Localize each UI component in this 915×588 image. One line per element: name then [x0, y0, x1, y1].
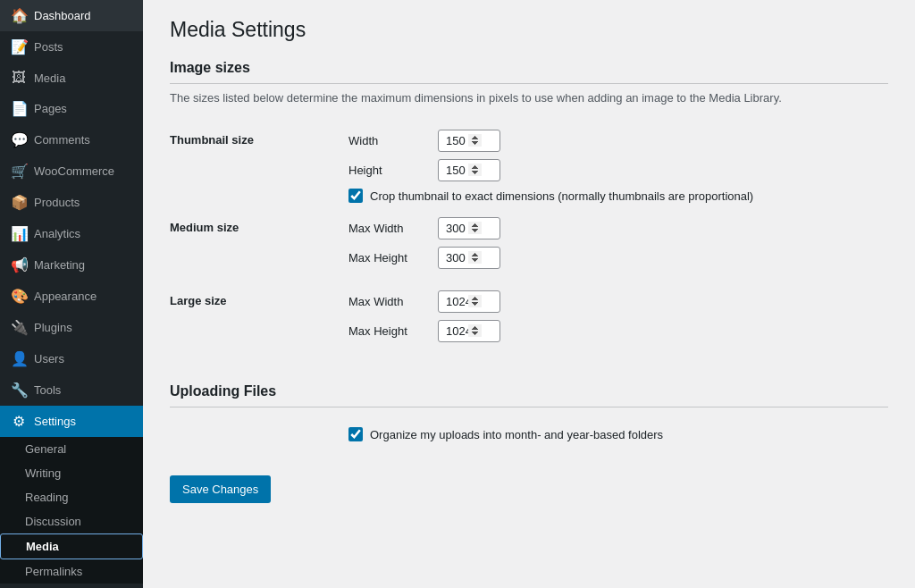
medium-width-input[interactable]: [438, 217, 500, 239]
uploading-section: Uploading Files Organize my uploads into…: [170, 383, 888, 449]
submenu-media[interactable]: Media: [0, 533, 143, 559]
products-icon: 📦: [11, 194, 27, 211]
large-label: Large size: [170, 283, 348, 357]
analytics-icon: 📊: [11, 225, 27, 242]
save-section: Save Changes: [170, 475, 888, 503]
sidebar-item-pages[interactable]: 📄 Pages: [0, 93, 143, 124]
thumbnail-width-label: Width: [348, 134, 429, 147]
woocommerce-icon: 🛒: [11, 163, 27, 180]
sidebar-item-dashboard[interactable]: 🏠 Dashboard: [0, 0, 143, 31]
medium-height-label: Max Height: [348, 251, 429, 265]
save-changes-button[interactable]: Save Changes: [170, 475, 271, 503]
settings-submenu: General Writing Reading Discussion Media…: [0, 437, 143, 584]
large-width-wrapper: [438, 290, 500, 313]
sidebar-item-label: Comments: [34, 133, 90, 147]
sidebar-item-users[interactable]: 👤 Users: [0, 343, 143, 374]
medium-row: Medium size Max Width Max Height: [170, 210, 888, 283]
marketing-icon: 📢: [11, 256, 27, 273]
large-height-label: Max Height: [348, 324, 429, 338]
organize-row: Organize my uploads into month- and year…: [170, 415, 888, 449]
image-sizes-section: Image sizes The sizes listed below deter…: [170, 60, 888, 357]
sidebar-item-label: Posts: [34, 40, 63, 54]
organize-checkbox-row: Organize my uploads into month- and year…: [348, 427, 888, 441]
thumbnail-crop-row: Crop thumbnail to exact dimensions (norm…: [348, 189, 888, 203]
large-height-input[interactable]: [438, 320, 500, 342]
organize-th: [170, 415, 348, 449]
sidebar-item-settings[interactable]: ⚙ Settings: [0, 406, 143, 437]
image-sizes-table: Thumbnail size Width Height: [170, 122, 888, 357]
sidebar-item-label: Settings: [34, 415, 76, 428]
medium-height-wrapper: [438, 247, 500, 269]
sidebar-item-woocommerce[interactable]: 🛒 WooCommerce: [0, 155, 143, 187]
thumbnail-height-row: Height: [348, 159, 888, 181]
medium-width-row: Max Width: [348, 217, 888, 239]
sidebar-item-label: Pages: [34, 102, 67, 115]
thumbnail-fields: Width Height Crop thumbnail to exact: [348, 122, 888, 210]
posts-icon: 📝: [11, 38, 27, 55]
submenu-discussion[interactable]: Discussion: [0, 509, 143, 533]
sidebar-item-label: Plugins: [34, 321, 72, 334]
thumbnail-width-input[interactable]: [438, 130, 500, 152]
uploading-table: Organize my uploads into month- and year…: [170, 415, 888, 449]
sidebar-item-marketing[interactable]: 📢 Marketing: [0, 249, 143, 281]
submenu-permalinks[interactable]: Permalinks: [0, 559, 143, 584]
sidebar-item-comments[interactable]: 💬 Comments: [0, 124, 143, 155]
uploading-title: Uploading Files: [170, 383, 888, 407]
tools-icon: 🔧: [11, 382, 27, 399]
medium-height-input[interactable]: [438, 247, 500, 269]
thumbnail-row: Thumbnail size Width Height: [170, 122, 888, 210]
sidebar-item-label: Tools: [34, 383, 61, 397]
media-icon: 🖼: [11, 70, 27, 86]
main-content: Media Settings Image sizes The sizes lis…: [143, 0, 915, 588]
large-width-row: Max Width: [348, 290, 888, 313]
large-width-input[interactable]: [438, 290, 500, 313]
sidebar-item-appearance[interactable]: 🎨 Appearance: [0, 281, 143, 312]
sidebar-item-label: Dashboard: [34, 9, 91, 22]
large-fields: Max Width Max Height: [348, 283, 888, 357]
medium-fields: Max Width Max Height: [348, 210, 888, 283]
thumbnail-crop-checkbox[interactable]: [348, 189, 363, 203]
plugins-icon: 🔌: [11, 319, 27, 336]
medium-height-row: Max Height: [348, 247, 888, 269]
organize-uploads-label: Organize my uploads into month- and year…: [370, 428, 663, 441]
sidebar-item-label: Marketing: [34, 258, 85, 272]
thumbnail-width-row: Width: [348, 130, 888, 152]
sidebar-item-label: Users: [34, 352, 64, 365]
sidebar-item-label: WooCommerce: [34, 164, 114, 178]
large-height-row: Max Height: [348, 320, 888, 342]
submenu-general[interactable]: General: [0, 437, 143, 461]
sidebar-item-label: Analytics: [34, 227, 80, 240]
large-row: Large size Max Width Max Height: [170, 283, 888, 357]
organize-uploads-checkbox[interactable]: [348, 427, 363, 441]
image-sizes-desc: The sizes listed below determine the max…: [170, 91, 888, 105]
thumbnail-label: Thumbnail size: [170, 122, 348, 210]
submenu-writing[interactable]: Writing: [0, 461, 143, 485]
sidebar-item-products[interactable]: 📦 Products: [0, 187, 143, 218]
sidebar-item-posts[interactable]: 📝 Posts: [0, 31, 143, 63]
thumbnail-height-wrapper: [438, 159, 500, 181]
sidebar-item-plugins[interactable]: 🔌 Plugins: [0, 312, 143, 343]
sidebar-item-analytics[interactable]: 📊 Analytics: [0, 218, 143, 249]
sidebar-item-tools[interactable]: 🔧 Tools: [0, 374, 143, 406]
medium-width-wrapper: [438, 217, 500, 239]
medium-label: Medium size: [170, 210, 348, 283]
settings-icon: ⚙: [11, 413, 27, 430]
pages-icon: 📄: [11, 100, 27, 117]
sidebar-item-media[interactable]: 🖼 Media: [0, 63, 143, 93]
large-height-wrapper: [438, 320, 500, 342]
image-sizes-title: Image sizes: [170, 60, 888, 84]
page-title: Media Settings: [170, 18, 888, 42]
submenu-reading[interactable]: Reading: [0, 485, 143, 509]
dashboard-icon: 🏠: [11, 7, 27, 24]
thumbnail-height-input[interactable]: [438, 159, 500, 181]
sidebar-nav: 🏠 Dashboard 📝 Posts 🖼 Media 📄 Pages 💬 Co…: [0, 0, 143, 584]
large-width-label: Max Width: [348, 295, 429, 308]
sidebar: 🏠 Dashboard 📝 Posts 🖼 Media 📄 Pages 💬 Co…: [0, 0, 143, 588]
thumbnail-height-label: Height: [348, 164, 429, 177]
comments-icon: 💬: [11, 131, 27, 148]
thumbnail-width-wrapper: [438, 130, 500, 152]
sidebar-item-label: Products: [34, 196, 80, 209]
thumbnail-crop-label: Crop thumbnail to exact dimensions (norm…: [370, 189, 753, 203]
users-icon: 👤: [11, 350, 27, 367]
sidebar-item-label: Appearance: [34, 290, 97, 303]
